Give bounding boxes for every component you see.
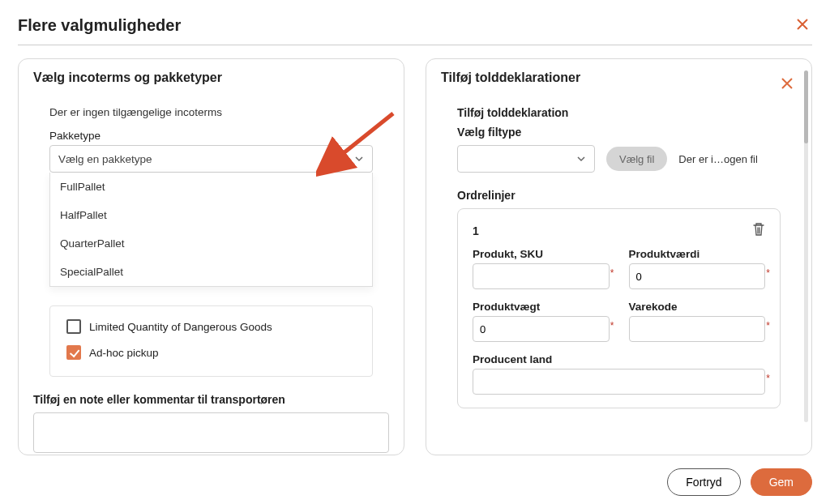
orderline-index: 1 (473, 224, 479, 237)
value-input[interactable] (629, 263, 766, 289)
close-icon[interactable] (793, 16, 812, 35)
incoterms-panel: Vælg incoterms og pakketyper Der er inge… (18, 58, 404, 455)
weight-input[interactable] (473, 316, 610, 342)
note-textarea[interactable] (33, 412, 389, 453)
sku-input[interactable] (473, 263, 610, 289)
required-indicator: * (610, 267, 614, 279)
code-input[interactable] (629, 316, 766, 342)
package-option[interactable]: FullPallet (50, 173, 372, 201)
lq-label: Limited Quantity of Dangerous Goods (89, 321, 272, 333)
scrollbar[interactable] (804, 70, 808, 422)
customs-section-label: Tilføj tolddeklaration (457, 106, 781, 119)
customs-title: Tilføj tolddeklarationer (441, 70, 580, 85)
package-type-label: Pakketype (49, 130, 373, 142)
save-button[interactable]: Gem (751, 468, 812, 496)
customs-panel: Tilføj tolddeklarationer Tilføj tolddekl… (426, 58, 812, 455)
adhoc-label: Ad-hoc pickup (89, 347, 159, 359)
required-indicator: * (766, 267, 770, 279)
value-label: Produktværdi (629, 248, 766, 260)
package-type-dropdown: FullPallet HalfPallet QuarterPallet Spec… (49, 173, 373, 287)
code-label: Varekode (629, 301, 766, 313)
trash-icon[interactable] (752, 222, 765, 240)
filetype-label: Vælg filtype (457, 126, 781, 139)
chevron-down-icon (354, 154, 364, 164)
customs-close-icon[interactable] (777, 75, 797, 94)
no-incoterms-text: Der er ingen tilgængelige incoterms (49, 106, 373, 118)
modal-title: Flere valgmuligheder (18, 16, 181, 35)
required-indicator: * (766, 320, 770, 331)
package-option[interactable]: QuarterPallet (50, 229, 372, 258)
required-indicator: * (766, 373, 770, 384)
chevron-down-icon (576, 154, 586, 164)
package-type-placeholder: Vælg en pakketype (58, 153, 152, 165)
cancel-button[interactable]: Fortryd (667, 468, 740, 496)
sku-label: Produkt, SKU (473, 248, 610, 260)
country-input[interactable] (473, 369, 765, 395)
filetype-select[interactable] (457, 145, 595, 173)
choose-file-button[interactable]: Vælg fil (606, 147, 667, 171)
country-label: Producent land (473, 353, 765, 365)
note-label: Tilføj en note eller kommentar til trans… (33, 393, 389, 406)
adhoc-checkbox[interactable] (66, 345, 81, 360)
lq-checkbox[interactable] (66, 319, 81, 334)
incoterms-title: Vælg incoterms og pakketyper (33, 70, 389, 85)
file-status-text: Der er i…ogen fil (678, 153, 781, 165)
orderline-card: 1 Produkt, SKU * Produktværdi (457, 208, 781, 408)
package-type-select[interactable]: Vælg en pakketype (49, 145, 373, 173)
weight-label: Produktvægt (473, 301, 610, 313)
required-indicator: * (610, 320, 614, 331)
orderlines-label: Ordrelinjer (457, 189, 781, 202)
package-option[interactable]: HalfPallet (50, 201, 372, 229)
package-option[interactable]: SpecialPallet (50, 258, 372, 286)
